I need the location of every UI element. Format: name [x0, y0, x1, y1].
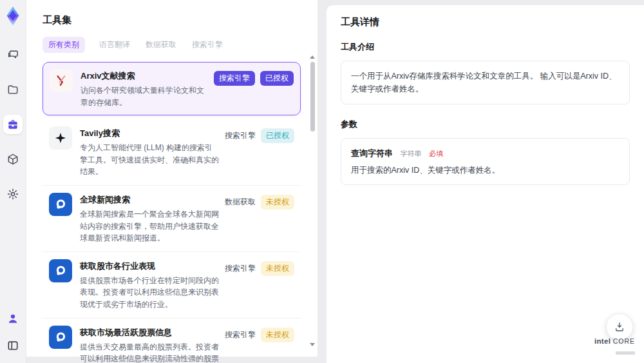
folder-icon[interactable]: [3, 80, 23, 99]
tool-name: 全球新闻搜索: [80, 194, 220, 206]
tool-list-item[interactable]: 获取股市各行业表现 提供股票市场各个行业在特定时间段内的表现。投资者可以利用这些…: [43, 251, 301, 318]
intel-core-badge: intel CORE: [594, 335, 635, 357]
tool-description: 提供股票市场各个行业在特定时间段内的表现。投资者可以利用这些信息来识别表现优于或…: [80, 275, 220, 311]
tool-description: 专为人工智能代理 (LLM) 构建的搜索引擎工具。可快速提供实时、准确和真实的结…: [80, 142, 220, 178]
scrollbar-up-arrow[interactable]: [310, 55, 315, 59]
detail-title: 工具详情: [341, 16, 630, 28]
scrollbar-thumb[interactable]: [310, 62, 315, 132]
left-sidebar: [0, 0, 26, 363]
params-heading: 参数: [341, 119, 630, 130]
chip-brand: intel: [594, 337, 611, 345]
tool-list-item[interactable]: Tavily搜索 专为人工智能代理 (LLM) 构建的搜索引擎工具。可快速提供实…: [43, 119, 301, 185]
tool-auth-badge: 未授权: [261, 195, 294, 210]
tool-description: 提供当天交易量最高的股票列表。投资者可以利用这些信息来识别流动性强的股票和潜在的…: [80, 341, 220, 363]
user-icon[interactable]: [3, 309, 23, 328]
toolbox-icon[interactable]: [3, 115, 23, 134]
chip-sub-mark: [616, 351, 635, 355]
tab-数据获取[interactable]: 数据获取: [144, 37, 178, 53]
tab-搜索引擎[interactable]: 搜索引擎: [191, 37, 224, 53]
tab-语言翻译[interactable]: 语言翻译: [98, 37, 131, 53]
arxiv-logo: [50, 69, 73, 92]
page-title: 工具集: [43, 14, 301, 26]
tool-list-item[interactable]: 全球新闻搜索 全球新闻搜索是一个聚合全球各大新闻网站内容的搜索引擎，帮助用户快速…: [43, 185, 301, 251]
tool-name: Arxiv文献搜索: [80, 70, 209, 82]
package-icon[interactable]: [3, 150, 23, 169]
tool-name: 获取市场最活跃股票信息: [80, 327, 220, 338]
app-logo[interactable]: [3, 5, 23, 27]
intro-heading: 工具介绍: [341, 41, 630, 53]
tavily-star: [49, 126, 72, 150]
parameter-type: 字符串: [400, 150, 421, 157]
tool-category-badge: 数据获取: [225, 195, 256, 210]
scrollbar[interactable]: [309, 55, 316, 346]
chat-icon[interactable]: [3, 45, 23, 64]
settings-icon[interactable]: [3, 184, 23, 204]
scrollbar-down-arrow[interactable]: [310, 343, 315, 346]
tool-category-badge: 搜索引擎: [225, 261, 256, 276]
tool-list-item[interactable]: Arxiv文献搜索 访问各个研究领域大量科学论文和文章的存储库。 搜索引擎 已授…: [43, 62, 301, 115]
tool-auth-badge: 已授权: [260, 71, 294, 86]
news-search-logo: [49, 259, 72, 282]
intro-text-box: 一个用于从Arxiv存储库搜索科学论文和文章的工具。 输入可以是Arxiv ID…: [341, 61, 630, 104]
tool-list-panel: 工具集 所有类别语言翻译数据获取搜索引擎 Arxiv文献搜索 访问各个研究领域大…: [26, 0, 317, 357]
category-tabs: 所有类别语言翻译数据获取搜索引擎: [43, 37, 301, 53]
tool-name: Tavily搜索: [80, 128, 220, 139]
chip-brand2: CORE: [613, 337, 635, 345]
tool-category-badge: 搜索引擎: [214, 71, 255, 86]
news-search-logo: [49, 193, 72, 216]
tool-list: Arxiv文献搜索 访问各个研究领域大量科学论文和文章的存储库。 搜索引擎 已授…: [43, 62, 301, 363]
tool-name: 获取股市各行业表现: [80, 260, 220, 272]
tool-category-badge: 搜索引擎: [225, 328, 256, 342]
tool-detail-panel: 工具详情 工具介绍 一个用于从Arxiv存储库搜索科学论文和文章的工具。 输入可…: [327, 5, 644, 363]
tool-auth-badge: 已授权: [261, 128, 294, 143]
tool-auth-badge: 未授权: [261, 328, 294, 342]
parameter-required-flag: 必填: [429, 150, 443, 157]
parameter-card: 查询字符串 字符串 必填 用于搜索的Arxiv ID、关键字或作者姓名。: [341, 138, 630, 185]
tool-category-badge: 搜索引擎: [225, 128, 256, 143]
tool-description: 访问各个研究领域大量科学论文和文章的存储库。: [80, 84, 209, 108]
tab-所有类别[interactable]: 所有类别: [43, 37, 85, 53]
parameter-name: 查询字符串: [351, 148, 393, 158]
tool-list-item[interactable]: 获取市场最活跃股票信息 提供当天交易量最高的股票列表。投资者可以利用这些信息来识…: [43, 318, 301, 363]
panel-toggle-icon[interactable]: [3, 336, 23, 355]
news-search-logo: [49, 326, 72, 349]
download-icon: [614, 321, 625, 333]
parameter-description: 用于搜索的Arxiv ID、关键字或作者姓名。: [351, 165, 620, 176]
tool-auth-badge: 未授权: [261, 261, 294, 276]
tool-description: 全球新闻搜索是一个聚合全球各大新闻网站内容的搜索引擎，帮助用户快速获取全球最新资…: [80, 208, 220, 244]
